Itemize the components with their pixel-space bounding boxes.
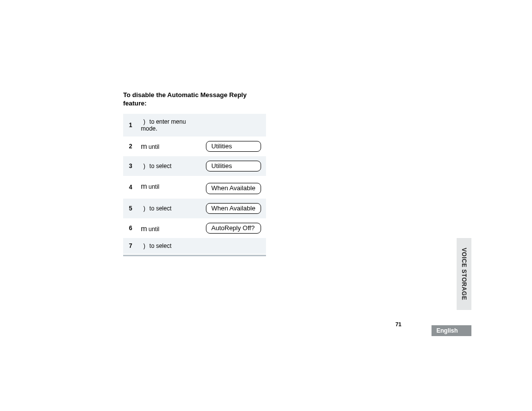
until-text: until (149, 183, 160, 190)
display-when-available: When Available (206, 183, 261, 194)
display-when-available: When Available (206, 203, 261, 214)
until-text: until (149, 143, 160, 150)
step-text: to select (149, 205, 171, 212)
content-column: To disable the Automatic Message Reply f… (123, 91, 266, 256)
step-instruction: muntil (138, 137, 203, 156)
step-text: to select (149, 242, 171, 249)
step-number: 2 (123, 137, 138, 156)
scroll-icon: m (141, 224, 147, 233)
display-utilities: Utilities (206, 141, 261, 152)
step-row-5: 5 ) to select When Available (123, 199, 266, 218)
step-row-4: 4 muntil When Available (123, 176, 266, 198)
scroll-icon: m (141, 182, 147, 190)
page: To disable the Automatic Message Reply f… (0, 0, 532, 411)
section-tab-label: VOICE STORAGE (461, 248, 467, 300)
until-text: until (149, 226, 160, 233)
section-heading: To disable the Automatic Message Reply f… (123, 91, 266, 108)
step-number: 1 (123, 114, 138, 137)
step-number: 4 (123, 176, 138, 198)
step-instruction: ) to select (138, 199, 203, 218)
step-text: to enter menu mode. (141, 118, 186, 132)
language-label: English (436, 327, 458, 334)
display-utilities: Utilities (206, 161, 261, 171)
section-tab-voice-storage: VOICE STORAGE (457, 238, 471, 310)
heading-line-2: feature: (123, 100, 147, 107)
paren-icon: ) (141, 118, 148, 125)
scroll-icon: m (141, 142, 147, 150)
step-number: 5 (123, 199, 138, 218)
step-instruction: muntil (138, 218, 203, 238)
page-number: 71 (396, 321, 401, 327)
step-text: to select (149, 163, 171, 170)
paren-icon: ) (141, 242, 148, 249)
step-row-2: 2 muntil Utilities (123, 137, 266, 156)
paren-icon: ) (141, 163, 148, 170)
heading-line-1: To disable the Automatic Message Reply (123, 91, 247, 99)
display-autoreply-off: AutoReply Off? (206, 223, 261, 234)
steps-table: 1 ) to enter menu mode. 2 muntil Utiliti… (123, 114, 266, 254)
step-instruction: ) to enter menu mode. (138, 114, 203, 137)
step-instruction: ) to select (138, 156, 203, 176)
step-number: 3 (123, 156, 138, 176)
step-row-3: 3 ) to select Utilities (123, 156, 266, 176)
step-number: 6 (123, 218, 138, 238)
step-instruction: ) to select (138, 238, 203, 254)
table-bottom-rule (123, 255, 266, 256)
step-row-1: 1 ) to enter menu mode. (123, 114, 266, 137)
step-number: 7 (123, 238, 138, 254)
paren-icon: ) (141, 205, 148, 212)
step-row-6: 6 muntil AutoReply Off? (123, 218, 266, 238)
step-row-7: 7 ) to select (123, 238, 266, 254)
language-tab: English (432, 325, 471, 336)
step-instruction: muntil (138, 176, 203, 198)
